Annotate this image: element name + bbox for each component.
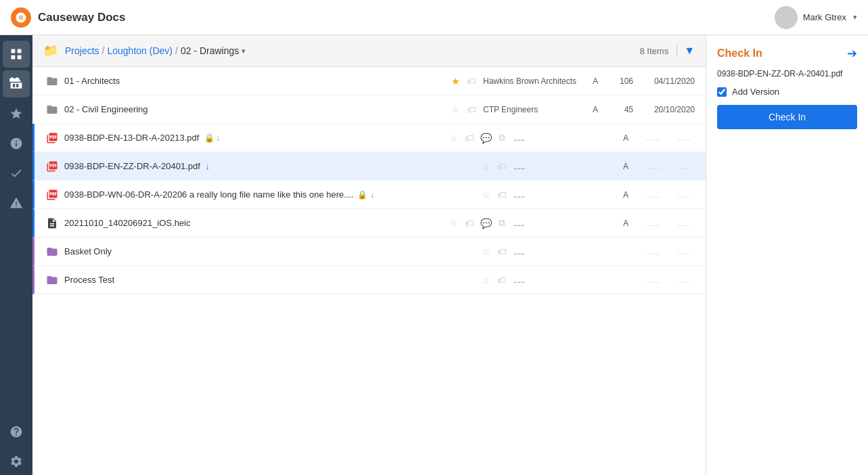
- sidebar: [0, 35, 32, 475]
- file-name: Basket Only: [64, 246, 474, 256]
- date: .....: [675, 162, 695, 171]
- star-icon[interactable]: ☆: [480, 246, 492, 257]
- company: Hawkins Brown Architects: [483, 76, 578, 86]
- company: .....: [513, 190, 608, 200]
- file-actions: ☆ 🏷 💬 ⧉: [447, 132, 508, 143]
- tag-icon[interactable]: 🏷: [496, 161, 508, 172]
- file-meta: ..... A ..... .....: [513, 162, 695, 171]
- star-icon[interactable]: ☆: [449, 104, 461, 115]
- copy-icon[interactable]: ⧉: [496, 217, 508, 229]
- breadcrumb-projects[interactable]: Projects: [65, 45, 99, 56]
- app-logo: [11, 7, 31, 28]
- tag-icon[interactable]: 🏷: [496, 275, 508, 286]
- breadcrumb-current[interactable]: 02 - Drawings ▾: [181, 45, 246, 56]
- table-row[interactable]: 02 - Civil Engineering ☆ 🏷 CTP Engineers…: [32, 95, 706, 124]
- svg-rect-1: [18, 49, 22, 53]
- file-name: 01 - Architects: [64, 76, 444, 86]
- comment-icon[interactable]: 💬: [480, 218, 492, 229]
- file-actions: ★ 🏷: [449, 76, 478, 87]
- folder-special-icon: [45, 274, 59, 286]
- star-icon[interactable]: ☆: [447, 133, 459, 143]
- sidebar-item-settings[interactable]: [3, 448, 30, 475]
- revision: A: [619, 162, 633, 171]
- tag-icon[interactable]: 🏷: [465, 76, 478, 87]
- date: .....: [675, 134, 695, 142]
- date: .....: [675, 276, 695, 284]
- table-row[interactable]: 01 - Architects ★ 🏷 Hawkins Brown Archit…: [32, 67, 706, 95]
- breadcrumb: Projects / Loughton (Dev) / 02 - Drawing…: [65, 45, 246, 56]
- file-actions: ☆ 🏷: [449, 104, 478, 115]
- file-name: Process Test: [64, 275, 474, 285]
- revision: A: [619, 133, 633, 143]
- lock-badge: 🔒: [357, 190, 367, 200]
- sidebar-item-tasks[interactable]: [3, 160, 30, 187]
- table-row[interactable]: Basket Only ☆ 🏷 ..... ..... .....: [32, 238, 706, 266]
- file-meta: ..... A ..... .....: [513, 133, 695, 143]
- file-name: 0938-BDP-EN-ZZ-DR-A-20401.pdf ↓: [64, 161, 474, 171]
- file-meta: ..... ..... .....: [513, 247, 695, 256]
- size: .....: [643, 248, 664, 256]
- file-icon: [45, 217, 59, 229]
- size: 45: [613, 105, 633, 114]
- table-row[interactable]: 0938-BDP-EN-ZZ-DR-A-20401.pdf ↓ ☆ 🏷 ....…: [32, 152, 706, 181]
- lock-badge: 🔒 ↓: [204, 133, 220, 143]
- size: .....: [643, 134, 664, 142]
- sidebar-item-info[interactable]: [3, 130, 30, 157]
- file-actions: ☆ 🏷: [480, 246, 508, 257]
- comment-icon[interactable]: 💬: [480, 133, 492, 143]
- svg-rect-3: [18, 55, 22, 60]
- date: 04/11/2020: [644, 76, 695, 86]
- item-count: 8 Items: [640, 46, 669, 56]
- file-actions: ☆ 🏷: [480, 161, 508, 172]
- sidebar-item-grid[interactable]: [3, 41, 30, 68]
- size: .....: [643, 162, 664, 171]
- checkin-button[interactable]: Check In: [717, 105, 857, 129]
- panel-arrow-icon[interactable]: ➔: [847, 46, 857, 61]
- file-name: 20211010_140206921_iOS.heic: [64, 218, 442, 228]
- tag-icon[interactable]: 🏷: [463, 218, 476, 229]
- tag-icon[interactable]: 🏷: [496, 189, 508, 200]
- filter-icon[interactable]: ▼: [684, 45, 695, 57]
- panel-title: Check In: [717, 47, 762, 60]
- sidebar-item-projects[interactable]: [3, 70, 30, 97]
- file-name: 0938-BDP-EN-13-DR-A-20213.pdf 🔒 ↓: [64, 133, 442, 143]
- breadcrumb-loughton[interactable]: Loughton (Dev): [107, 45, 173, 56]
- size: .....: [643, 191, 664, 199]
- company: .....: [513, 162, 608, 171]
- star-icon[interactable]: ☆: [447, 218, 459, 229]
- user-menu[interactable]: Mark Gtrex ▾: [775, 6, 857, 29]
- table-row[interactable]: 0938-BDP-WN-06-DR-A-20206 a really long …: [32, 181, 706, 209]
- star-icon[interactable]: ☆: [480, 161, 492, 172]
- panel-filename: 0938-BDP-EN-ZZ-DR-A-20401.pdf: [717, 69, 857, 78]
- file-meta: ..... A ..... .....: [513, 219, 695, 228]
- table-row[interactable]: 20211010_140206921_iOS.heic ☆ 🏷 💬 ⧉ ....…: [32, 209, 706, 238]
- file-meta: ..... A ..... .....: [513, 190, 695, 200]
- star-icon[interactable]: ☆: [480, 189, 492, 200]
- folder-icon: [45, 75, 59, 87]
- user-name: Mark Gtrex: [803, 12, 846, 22]
- add-version-checkbox[interactable]: [717, 87, 727, 97]
- file-name: 0938-BDP-WN-06-DR-A-20206 a really long …: [64, 189, 474, 200]
- star-icon[interactable]: ★: [449, 76, 461, 87]
- main-layout: 📁 Projects / Loughton (Dev) / 02 - Drawi…: [0, 35, 868, 475]
- tag-icon[interactable]: 🏷: [465, 104, 478, 115]
- table-row[interactable]: 0938-BDP-EN-13-DR-A-20213.pdf 🔒 ↓ ☆ 🏷 💬 …: [32, 124, 706, 152]
- tag-icon[interactable]: 🏷: [463, 133, 476, 143]
- copy-icon[interactable]: ⧉: [496, 132, 508, 143]
- check-badge: ↓: [370, 190, 374, 200]
- folder-icon: 📁: [43, 43, 58, 58]
- star-icon[interactable]: ☆: [480, 275, 492, 286]
- table-row[interactable]: Process Test ☆ 🏷 ..... ..... .....: [32, 266, 706, 294]
- download-icon: ↓: [205, 161, 210, 171]
- sidebar-item-alerts[interactable]: [3, 189, 30, 217]
- tag-icon[interactable]: 🏷: [496, 246, 508, 257]
- file-table: 01 - Architects ★ 🏷 Hawkins Brown Archit…: [32, 67, 706, 475]
- file-meta: ..... ..... .....: [513, 275, 695, 285]
- pdf-icon: [45, 132, 59, 144]
- sidebar-item-favourites[interactable]: [3, 100, 30, 127]
- pdf-icon: [45, 160, 59, 173]
- content-area: 📁 Projects / Loughton (Dev) / 02 - Drawi…: [32, 35, 868, 475]
- sidebar-item-help[interactable]: [3, 418, 30, 445]
- size: .....: [643, 276, 664, 284]
- divider: [677, 44, 677, 58]
